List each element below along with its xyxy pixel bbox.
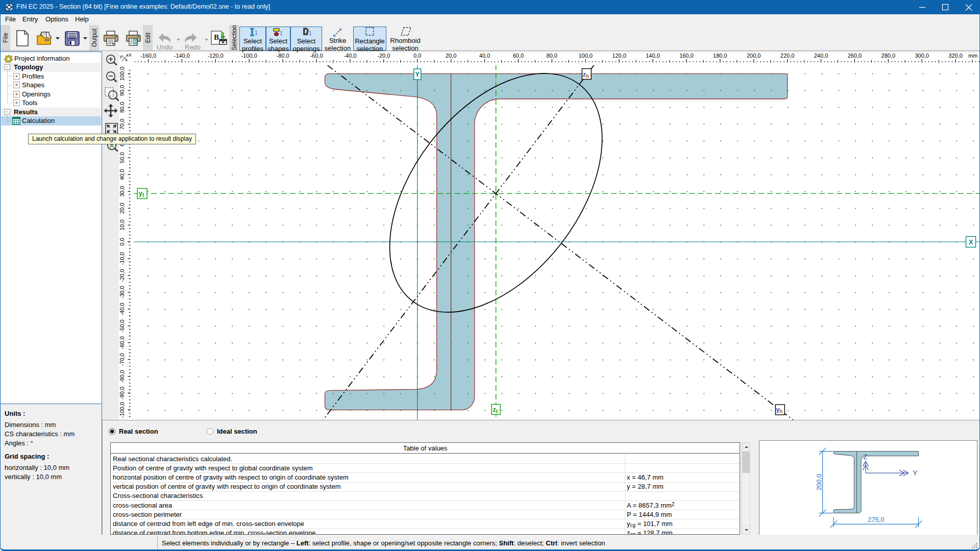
svg-text:120,0: 120,0 xyxy=(612,53,626,59)
svg-text:280,0: 280,0 xyxy=(881,53,896,59)
svg-text:60,0: 60,0 xyxy=(513,53,524,59)
svg-text:275,0: 275,0 xyxy=(868,516,885,523)
svg-text:X: X xyxy=(969,238,973,246)
svg-text:300,0: 300,0 xyxy=(915,53,929,59)
svg-text:-10,0: -10,0 xyxy=(119,252,125,265)
svg-text:-40,0: -40,0 xyxy=(119,303,125,315)
svg-text:-90,0: -90,0 xyxy=(119,387,125,399)
svg-text:-160,0: -160,0 xyxy=(140,53,156,59)
svg-text:-40,0: -40,0 xyxy=(344,53,356,59)
svg-text:100,0: 100,0 xyxy=(578,53,593,59)
svg-text:-120,0: -120,0 xyxy=(208,53,224,59)
svg-text:100,0: 100,0 xyxy=(119,67,125,81)
svg-text:-60,0: -60,0 xyxy=(119,336,125,349)
svg-text:180,0: 180,0 xyxy=(713,53,727,59)
svg-text:-100,0: -100,0 xyxy=(241,53,257,59)
svg-text:30,0: 30,0 xyxy=(119,186,125,196)
svg-text:70,0: 70,0 xyxy=(119,119,125,130)
svg-text:B: B xyxy=(214,33,219,41)
svg-text:20,0: 20,0 xyxy=(119,203,125,213)
svg-text:0,0: 0,0 xyxy=(119,238,125,245)
svg-text:260,0: 260,0 xyxy=(848,53,862,59)
svg-text:-20,0: -20,0 xyxy=(377,53,390,59)
svg-text:-100,0: -100,0 xyxy=(119,402,125,418)
svg-text:-70,0: -70,0 xyxy=(119,353,125,366)
svg-text:80,0: 80,0 xyxy=(547,53,557,59)
svg-text:1: 1 xyxy=(280,31,283,36)
svg-text:320,0: 320,0 xyxy=(948,53,963,59)
svg-text:160,0: 160,0 xyxy=(679,53,694,59)
svg-text:40,0: 40,0 xyxy=(479,53,490,59)
svg-text:Y: Y xyxy=(119,55,122,60)
svg-text:Y: Y xyxy=(415,70,420,78)
svg-text:1: 1 xyxy=(309,31,312,36)
svg-text:90,0: 90,0 xyxy=(119,85,125,96)
svg-text:Z: Z xyxy=(863,454,867,461)
svg-text:-140,0: -140,0 xyxy=(174,53,190,59)
svg-text:80,0: 80,0 xyxy=(119,102,125,113)
svg-text:1: 1 xyxy=(255,30,258,36)
svg-text:220,0: 220,0 xyxy=(780,53,795,59)
svg-text:mm: mm xyxy=(968,53,977,59)
svg-text:-80,0: -80,0 xyxy=(277,53,289,59)
svg-text:-80,0: -80,0 xyxy=(119,370,125,383)
svg-text:10,0: 10,0 xyxy=(119,219,125,230)
svg-text:200,0: 200,0 xyxy=(747,53,761,59)
svg-text:200,0: 200,0 xyxy=(815,474,823,491)
svg-text:-50,0: -50,0 xyxy=(119,319,125,332)
svg-text:-30,0: -30,0 xyxy=(119,286,125,298)
svg-text:0,0: 0,0 xyxy=(413,53,421,59)
svg-text:40,0: 40,0 xyxy=(119,169,125,180)
svg-text:240,0: 240,0 xyxy=(814,53,828,59)
svg-text:140,0: 140,0 xyxy=(646,53,660,59)
svg-text:-20,0: -20,0 xyxy=(119,269,125,282)
svg-text:X: X xyxy=(129,53,132,58)
svg-text:20,0: 20,0 xyxy=(446,53,456,59)
svg-text:-60,0: -60,0 xyxy=(310,53,323,59)
svg-text:Y: Y xyxy=(913,469,918,477)
svg-text:50,0: 50,0 xyxy=(119,152,125,163)
